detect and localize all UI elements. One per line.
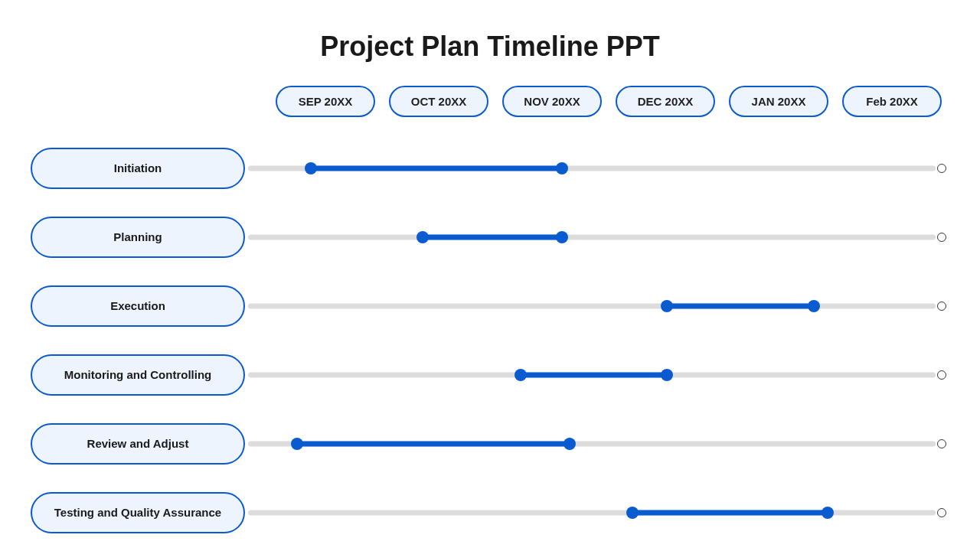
timeline-track <box>248 370 946 380</box>
timeline-row: Review and Adjust <box>31 423 949 465</box>
timeline-track <box>248 507 946 518</box>
bar-end-dot <box>564 438 576 450</box>
gantt-bar <box>521 373 668 378</box>
timeline-track <box>248 301 946 311</box>
timeline-track <box>248 439 946 449</box>
gantt-bar <box>667 304 814 309</box>
track-end-circle-icon <box>937 508 946 517</box>
month-pill: JAN 20XX <box>729 86 828 117</box>
bar-end-dot <box>822 507 834 519</box>
track-end-circle-icon <box>937 164 946 173</box>
track-end-circle-icon <box>937 439 946 448</box>
bar-start-dot <box>305 162 317 174</box>
bar-start-dot <box>514 369 527 381</box>
track-end-circle-icon <box>937 370 946 380</box>
bar-end-dot <box>808 300 820 312</box>
month-pill: NOV 20XX <box>502 86 602 117</box>
bar-start-dot <box>416 231 429 243</box>
timeline-track <box>248 232 946 243</box>
slide-title: Project Plan Timeline PPT <box>31 31 949 63</box>
timeline-row: Monitoring and Controlling <box>31 354 949 396</box>
timeline-track <box>248 163 946 174</box>
gantt-bar <box>311 166 562 171</box>
month-pill: OCT 20XX <box>389 86 488 117</box>
timeline-rows: Initiation Planning Execution <box>31 148 949 533</box>
month-pill: DEC 20XX <box>616 86 715 117</box>
timeline-row: Planning <box>31 217 949 258</box>
bar-end-dot <box>661 369 673 381</box>
bar-end-dot <box>556 231 568 243</box>
track-end-circle-icon <box>937 302 946 311</box>
gantt-bar <box>297 442 570 447</box>
gantt-bar <box>423 235 562 240</box>
month-pill: Feb 20XX <box>842 86 942 117</box>
track-background <box>248 304 936 309</box>
bar-start-dot <box>661 300 673 312</box>
phase-label: Planning <box>31 217 245 258</box>
gantt-bar <box>632 510 828 516</box>
phase-label: Review and Adjust <box>31 423 245 465</box>
timeline-row: Initiation <box>31 148 949 189</box>
bar-start-dot <box>291 438 303 450</box>
phase-label: Execution <box>31 285 245 327</box>
timeline-row: Execution <box>31 285 949 327</box>
phase-label: Initiation <box>31 148 245 189</box>
slide: Project Plan Timeline PPT SEP 20XX OCT 2… <box>0 0 980 551</box>
phase-label: Testing and Quality Assurance <box>31 492 245 533</box>
months-row: SEP 20XX OCT 20XX NOV 20XX DEC 20XX JAN … <box>276 86 949 117</box>
month-pill: SEP 20XX <box>276 86 375 117</box>
bar-end-dot <box>556 162 568 174</box>
phase-label: Monitoring and Controlling <box>31 354 245 396</box>
bar-start-dot <box>626 507 639 519</box>
timeline-row: Testing and Quality Assurance <box>31 492 949 533</box>
track-end-circle-icon <box>937 233 946 242</box>
track-background <box>248 235 936 240</box>
